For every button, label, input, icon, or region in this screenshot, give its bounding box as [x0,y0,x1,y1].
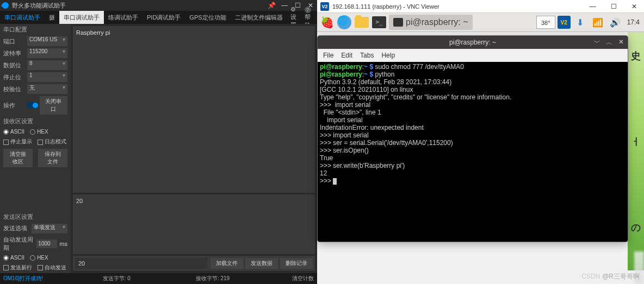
section-serial-config: 串口配置 [0,24,71,35]
log-mode-check[interactable]: 日志模式 [38,138,66,146]
tab-gps[interactable]: GPS定位功能 [185,11,230,24]
vnc-minimize-icon[interactable]: — [583,0,603,13]
watermark: CSDN@R三哥哥啊 [581,272,640,281]
ms-unit: ms [59,241,67,247]
send-input[interactable] [75,258,207,269]
pin-icon[interactable]: 📌 [267,2,276,9]
op-label: 操作 [3,102,22,110]
close-port-button[interactable]: 关闭串口 [40,96,67,115]
volume-icon[interactable]: 🔊 [608,15,623,30]
save-file-button[interactable]: 保存到文件 [38,149,67,167]
tab-serial-popup[interactable]: 串口调试助手 [59,11,104,24]
send-area: 20 [73,194,315,254]
vnc-logo-icon: V2 [320,2,329,11]
send-data-button[interactable]: 发送数据 [245,258,278,269]
main-area: Raspberry pi 20 加载文件 发送数据 删除记录 [71,24,317,273]
send-newline-check[interactable]: 发送新行 [3,264,32,272]
clock[interactable]: 17:4 [625,18,642,26]
port-toggle[interactable] [27,102,37,109]
vnc-maximize-icon[interactable]: ☐ [604,0,623,13]
tx-ascii-radio[interactable]: ASCII [3,255,24,261]
serial-debug-app: 野火多功能调试助手 📌 — ☐ ✕ 串口调试助手 摄 串口调试助手 络调试助手 … [0,0,317,284]
menu-edit[interactable]: Edit [341,52,352,59]
load-file-button[interactable]: 加载文件 [210,258,243,269]
menu-help[interactable]: Help [381,52,395,59]
receive-area[interactable]: Raspberry pi [73,26,315,193]
stopbits-label: 停止位 [3,73,25,81]
terminal-task-icon [393,18,403,27]
term-maximize-icon[interactable]: ︿ [605,38,614,47]
parity-label: 校验位 [3,85,25,93]
app-logo-icon [1,1,10,10]
sendopt-select[interactable]: 单项发送 [32,224,67,233]
terminal-menu: File Edit Tabs Help [318,49,628,62]
file-manager-icon[interactable] [354,15,369,30]
tab-bar: 串口调试助手 摄 串口调试助手 络调试助手 PID调试助手 GPS定位功能 二进… [0,11,317,24]
terminal-body[interactable]: pi@raspberry:~ $ sudo chmod 777 /dev/tty… [318,62,628,242]
section-rx: 接收区设置 [0,116,71,127]
terminal-launcher-icon[interactable]: >_ [371,15,387,30]
download-tray-icon[interactable]: ⬇ [573,15,588,30]
vnc-viewer-window: V2 192.168.1.111 (raspberry) - VNC Viewe… [317,0,644,284]
sidebar: 串口配置 端口COM16 US 波特率115200 数据位8 停止位1 校验位无… [0,24,71,273]
titlebar: 野火多功能调试助手 📌 — ☐ ✕ [0,0,317,11]
port-select[interactable]: COM16 US [27,36,67,46]
status-recv: 接收字节: 219 [196,275,230,282]
terminal-titlebar: pi@raspberry: ~ ﹀ ︿ ✕ [318,36,628,49]
term-minimize-icon[interactable]: ﹀ [593,38,602,47]
vnc-tray-icon[interactable]: V2 [558,16,571,29]
raspberry-taskbar: 🍓 🌐 >_ pi@raspberry: ~ 38° V2 ⬇ 📶 🔊 17:4 [317,13,644,32]
tab-hex[interactable]: 二进制文件编辑器 [231,11,287,24]
vnc-titlebar: V2 192.168.1.111 (raspberry) - VNC Viewe… [317,0,644,13]
databits-label: 数据位 [3,61,25,70]
tab-pid[interactable]: PID调试助手 [143,11,185,24]
send-history[interactable]: 20 [73,194,315,254]
port-label: 端口 [3,37,25,46]
tx-hex-radio[interactable]: HEX [30,255,48,261]
terminal-title-text: pi@raspberry: ~ [449,39,496,46]
vnc-title: 192.168.1.111 (raspberry) - VNC Viewer [332,3,583,10]
stop-display-check[interactable]: 停止显示 [3,138,32,146]
delete-record-button[interactable]: 删除记录 [280,258,313,269]
cpu-temp[interactable]: 38° [536,16,555,29]
tab-serial[interactable]: 串口调试助手 [0,11,45,24]
running-task-label: pi@raspberry: ~ [406,17,468,27]
rx-hex-radio[interactable]: HEX [30,129,48,135]
parity-select[interactable]: 无 [27,84,67,94]
vnc-close-icon[interactable]: ✕ [624,0,644,13]
stopbits-select[interactable]: 1 [27,72,67,82]
sendopt-label: 发送选项 [3,224,29,232]
rx-ascii-radio[interactable]: ASCII [3,129,24,135]
autoperiod-label: 自动发送周期 [3,236,34,252]
term-close-icon[interactable]: ✕ [617,38,626,47]
running-terminal-task[interactable]: pi@raspberry: ~ [389,15,473,30]
terminal-window: pi@raspberry: ~ ﹀ ︿ ✕ File Edit Tabs Hel… [317,35,628,242]
auto-send-check[interactable]: 自动发送 [38,264,66,272]
status-sent: 发送字节: 0 [103,275,131,282]
app-title: 野火多功能调试助手 [12,2,267,10]
tab-net[interactable]: 络调试助手 [104,11,143,24]
section-tx: 发送区设置 [0,211,71,223]
watermark-csdn: CSDN [581,273,600,280]
clear-rx-button[interactable]: 清空接收区 [3,149,33,167]
tab-cam[interactable]: 摄 [45,11,59,24]
browser-icon[interactable]: 🌐 [337,15,352,30]
autoperiod-input[interactable] [36,239,57,248]
clear-count-button[interactable]: 清空计数 [292,275,314,282]
raspberry-menu-icon[interactable]: 🍓 [319,15,335,30]
baud-label: 波特率 [3,49,25,58]
watermark-author: @R三哥哥啊 [602,273,640,280]
status-bar: OM16]打开成功! 发送字节: 0 接收字节: 219 清空计数 [0,273,317,284]
status-open: OM16]打开成功! [3,275,43,282]
wifi-icon[interactable]: 📶 [590,15,605,30]
baud-select[interactable]: 115200 [27,48,67,58]
menu-file[interactable]: File [323,52,333,59]
menu-tabs[interactable]: Tabs [360,52,374,59]
databits-select[interactable]: 8 [27,60,67,70]
desktop-wallpaper: 史 ㅓ の [628,13,644,270]
